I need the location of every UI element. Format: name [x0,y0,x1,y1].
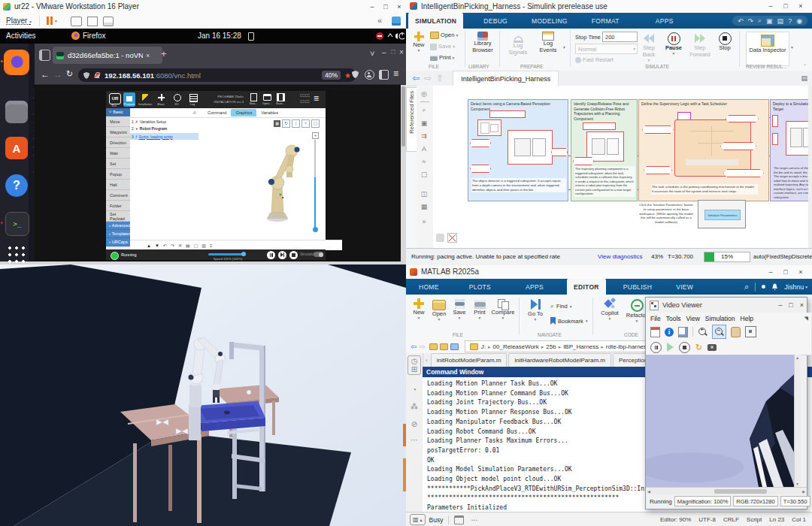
planner-subsystem[interactable] [586,132,624,162]
zoom-badge[interactable]: 40% [322,71,341,80]
video-frame[interactable]: ▲ ▼ [646,355,801,487]
step-back-button[interactable]: Step Back▾ [638,32,660,62]
print-button[interactable]: Print ▾ [430,54,454,61]
minimize-icon[interactable]: – [765,2,776,10]
pause-button[interactable] [267,251,275,259]
scroll-thumb[interactable] [714,489,767,494]
back-icon[interactable]: ← [41,69,50,80]
review-gallery-caret[interactable]: ▾ [791,45,793,50]
record-icon[interactable]: ◉ [796,17,802,25]
path-segment[interactable]: 25b [539,343,556,350]
info-icon[interactable]: i [665,328,674,337]
url-field[interactable]: 192.168.56.101 :6080/vnc.html 40% ★ [78,68,356,82]
stop-button[interactable]: Stop [716,32,734,51]
nav-io-button[interactable]: I/O [171,92,183,107]
canvas-scrollbar[interactable] [808,86,812,248]
signal-routing-icon[interactable]: ⇉ [417,132,432,140]
rotate-view-icon[interactable]: ↻ [282,119,290,128]
viewmarks-icon[interactable]: ▦ [417,203,432,210]
tab-scroll-left-icon[interactable]: ‹ [426,357,428,364]
nav-program-button[interactable]: Program [123,92,135,107]
back-icon[interactable]: ⇦ [411,343,417,351]
nav-forward-icon[interactable]: ⇨ [424,73,432,83]
zoom-view-icon[interactable]: ˅ [301,119,310,128]
maximize-icon[interactable]: □ [380,3,391,11]
ctrl-alt-del-icon[interactable] [71,17,82,26]
tab-view[interactable]: VIEW [669,279,700,295]
user-menu[interactable]: Jishnu▾ [784,283,807,291]
fullscreen-icon[interactable] [87,17,98,26]
zoom-out-icon-active[interactable] [712,325,726,339]
maximize-icon[interactable]: □ [780,2,791,10]
fit-to-view-icon[interactable]: ▣ [417,119,432,127]
cursor-line[interactable]: Ln 23 [769,516,784,523]
minimize-icon[interactable]: – [778,301,782,309]
tree-row-3-selected[interactable]: 3ƒScript: loading script [130,133,200,140]
editor-zoom[interactable]: Editor: 90% [660,516,691,523]
prepare-gallery-caret[interactable]: ▾ [563,45,565,50]
panel-grid-icon[interactable]: ⊞ [408,365,420,373]
paste-icon[interactable]: ▢ [194,243,198,248]
robot-3d-graphic[interactable] [255,135,308,225]
output-port[interactable] [723,169,764,177]
minimize-toolstrip-icon[interactable]: ⌃ [803,63,807,68]
system-tray-icons[interactable] [386,32,404,41]
camera-icon[interactable]: ◫ [417,190,432,198]
search-icon[interactable]: ⌕ [744,282,749,292]
folder-lock-icon[interactable] [440,343,448,350]
sidebar-item-waypoint[interactable]: Waypoint [106,127,130,138]
sidebar-item-halt[interactable]: Halt [106,180,130,190]
close-icon[interactable]: × [795,2,806,10]
sidebar-section-basic[interactable]: ˅Basic [106,108,130,116]
path-segment[interactable]: IBP_Harness [556,343,599,350]
maximize-icon[interactable]: □ [780,268,791,276]
tab-publish[interactable]: PUBLISH [617,279,659,295]
sidebar-item-move[interactable]: Move [106,116,130,127]
find-button[interactable]: ⌕Find▾ [550,302,571,310]
nav-move-button[interactable]: Move [155,92,167,107]
menu-help[interactable]: Help [741,315,753,322]
sidebar-item-set-payload[interactable]: Set Payload [106,211,130,222]
output-port[interactable] [726,115,759,122]
close-icon[interactable]: × [399,48,404,56]
bus-selector[interactable] [772,115,778,127]
sidebar-item-folder[interactable]: Folder [106,201,130,211]
new-tab-button[interactable]: + [161,48,167,59]
zoom-icon[interactable]: ⌕ [417,106,432,114]
file-type[interactable]: Script [747,516,762,523]
menu-view[interactable]: View [686,315,700,322]
dock-firefox-icon[interactable] [4,50,29,75]
tab-command[interactable]: Command [203,109,231,116]
annotation-icon[interactable]: A [417,145,432,153]
tab-editor[interactable]: EDITOR [567,279,606,295]
list-tabs-icon[interactable]: ˅ [370,49,374,58]
menu-hamburger-icon[interactable]: ≡ [314,93,319,104]
menu-hamburger-icon[interactable]: ≡ [393,68,398,79]
minimize-icon[interactable]: – [367,3,377,11]
clock[interactable]: Jan 16 15:28 [198,32,241,40]
stop-button[interactable] [289,251,298,259]
sidebar-item-direction[interactable]: Direction [106,138,130,148]
path-segment[interactable]: 00_ReleaseWork [486,343,539,350]
slider-knob[interactable] [313,227,318,232]
solver-label[interactable]: auto(FixedStepDiscrete) [753,253,812,260]
search-icon[interactable]: ⌕ [193,109,196,116]
copy-frame-icon[interactable] [678,327,688,337]
video-vscrollbar[interactable]: ▲ ▼ [794,355,801,487]
nav-back-icon[interactable]: ⇦ [412,73,420,83]
minimize-icon[interactable]: – [382,48,386,56]
bus-selector[interactable] [772,133,778,145]
tab-format[interactable]: FORMAT [585,13,626,29]
permissions-shield-icon[interactable] [352,71,359,78]
cut-icon[interactable]: ✕ [178,243,182,248]
shield-icon[interactable] [83,72,89,79]
dock-terminal-icon[interactable]: >_ [5,212,29,236]
speed-slider-knob[interactable] [241,252,246,256]
print-button[interactable]: Print▾ [471,298,489,320]
data-inspector-button[interactable]: Data Inspector [746,32,789,66]
tab-variables[interactable]: Variables [256,109,283,116]
suppress-icon[interactable]: ≡ [210,243,213,248]
bookmark-button[interactable]: Bookmark▾ [550,317,588,325]
trigger-block[interactable] [583,122,616,130]
magnification-box[interactable]: Magnification: 100% [674,496,732,506]
